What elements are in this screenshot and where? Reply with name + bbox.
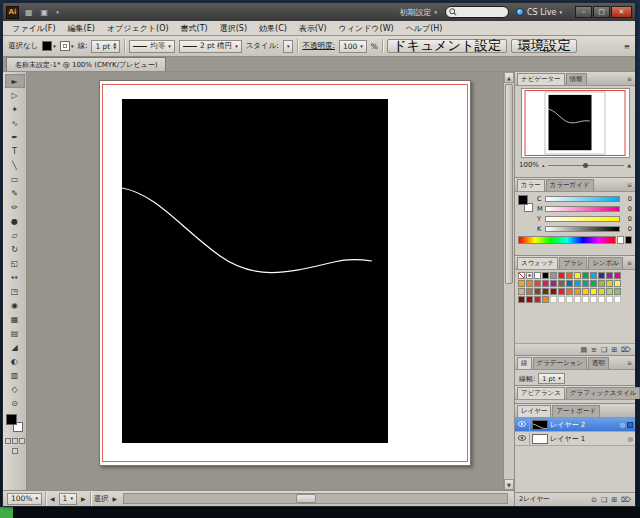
- swatch[interactable]: [590, 280, 597, 287]
- swatch[interactable]: [534, 280, 541, 287]
- tool-mesh-icon[interactable]: ▦: [5, 312, 25, 326]
- style-dropdown[interactable]: ▾: [283, 40, 294, 53]
- screen-mode-button[interactable]: [12, 448, 18, 454]
- draw-behind-button[interactable]: [12, 438, 18, 444]
- cs-live-button[interactable]: CS Live ▾: [513, 8, 565, 17]
- draw-normal-button[interactable]: [5, 438, 11, 444]
- tool-eyedropper-icon[interactable]: ◢: [5, 340, 25, 354]
- tab-color[interactable]: カラー: [517, 179, 545, 191]
- swatch[interactable]: [534, 288, 541, 295]
- swatch[interactable]: [550, 272, 557, 279]
- zoom-in-icon[interactable]: ▲: [627, 162, 631, 168]
- arrange-documents-icon[interactable]: ▣: [39, 8, 51, 17]
- tab-brushes[interactable]: ブラシ: [559, 257, 587, 269]
- tab-symbols[interactable]: シンボル: [588, 257, 623, 269]
- artboard-number-dropdown[interactable]: 1 ▾: [59, 493, 77, 505]
- close-button[interactable]: ✕: [611, 6, 632, 18]
- tool-type-icon[interactable]: T: [5, 144, 25, 158]
- make-mask-icon[interactable]: ⊙: [591, 496, 597, 504]
- swatch[interactable]: [518, 288, 525, 295]
- tab-artboards[interactable]: アートボード: [552, 405, 600, 417]
- swatch[interactable]: [614, 280, 621, 287]
- horizontal-scroll-thumb[interactable]: [296, 494, 316, 503]
- tool-free-transform-icon[interactable]: ◳: [5, 284, 25, 298]
- panel-menu-icon[interactable]: ≡: [627, 75, 633, 82]
- stroke-color-dropdown[interactable]: ▾: [60, 41, 74, 51]
- menubar-item-7[interactable]: ウィンドウ(W): [333, 23, 400, 34]
- color-fill-stroke-indicator[interactable]: [518, 195, 534, 217]
- channel-slider[interactable]: [545, 206, 620, 212]
- swatch[interactable]: [566, 288, 573, 295]
- tool-shape-builder-icon[interactable]: ◉: [5, 298, 25, 312]
- visibility-eye-icon[interactable]: [517, 421, 527, 428]
- start-button[interactable]: [0, 507, 13, 518]
- swatch[interactable]: [566, 280, 573, 287]
- channel-slider[interactable]: [545, 196, 620, 202]
- swatch[interactable]: [590, 272, 597, 279]
- new-sublayer-icon[interactable]: ❏: [601, 496, 607, 504]
- swatch[interactable]: [542, 296, 549, 303]
- layer-row-2[interactable]: レイヤー 2 ◎: [515, 418, 635, 432]
- tool-direct-selection-icon[interactable]: ▷: [5, 88, 25, 102]
- swatch[interactable]: [518, 280, 525, 287]
- fill-proxy-icon[interactable]: [518, 195, 528, 205]
- zoom-slider-knob[interactable]: [583, 163, 588, 168]
- tool-rotate-icon[interactable]: ↻: [5, 242, 25, 256]
- document-setup-button[interactable]: ドキュメント設定: [387, 39, 508, 53]
- control-panel-menu-icon[interactable]: ≡: [624, 42, 630, 51]
- swatch[interactable]: [550, 296, 557, 303]
- tool-blend-icon[interactable]: ◐: [5, 354, 25, 368]
- swatch[interactable]: [574, 288, 581, 295]
- menubar-item-3[interactable]: 書式(T): [175, 23, 214, 34]
- new-color-group-icon[interactable]: ❏: [601, 346, 607, 354]
- tool-column-graph-icon[interactable]: ▥: [5, 368, 25, 382]
- tool-blob-brush-icon[interactable]: ●: [5, 214, 25, 228]
- channel-slider[interactable]: [545, 216, 620, 222]
- swatch[interactable]: [590, 288, 597, 295]
- swatch[interactable]: [526, 288, 533, 295]
- arrange-documents-caret-icon[interactable]: ▾: [54, 10, 61, 15]
- tool-gradient-icon[interactable]: ▤: [5, 326, 25, 340]
- menubar-item-2[interactable]: オブジェクト(O): [101, 23, 175, 34]
- swatch[interactable]: ⊕: [526, 272, 533, 279]
- tool-hand-icon[interactable]: ◇: [5, 382, 25, 396]
- menubar-item-6[interactable]: 表示(V): [293, 23, 333, 34]
- layer-target-icon[interactable]: ◎: [628, 435, 633, 442]
- swatch[interactable]: [574, 272, 581, 279]
- navigator-zoom-slider[interactable]: [548, 165, 625, 166]
- new-layer-icon[interactable]: ⊞: [611, 496, 617, 504]
- next-artboard-button[interactable]: ▶: [80, 495, 87, 502]
- search-input[interactable]: [459, 8, 505, 16]
- swatch[interactable]: [598, 296, 605, 303]
- swatch[interactable]: [518, 296, 525, 303]
- swatch[interactable]: [582, 288, 589, 295]
- color-spectrum-bar[interactable]: [518, 236, 616, 244]
- windows-taskbar[interactable]: [0, 507, 640, 518]
- layer-target-icon[interactable]: ◎: [620, 421, 625, 428]
- layer-name[interactable]: レイヤー 2: [550, 420, 618, 430]
- swatch[interactable]: [606, 280, 613, 287]
- preferences-button[interactable]: 環境設定: [511, 39, 576, 53]
- panel-menu-icon[interactable]: ≡: [627, 359, 633, 366]
- delete-layer-icon[interactable]: ⌦: [621, 496, 631, 504]
- black-swatch[interactable]: [625, 236, 632, 244]
- tool-paintbrush-icon[interactable]: ✎: [5, 186, 25, 200]
- tool-selection-icon[interactable]: ►: [5, 74, 25, 88]
- swatch[interactable]: [558, 288, 565, 295]
- swatch[interactable]: [526, 296, 533, 303]
- swatch[interactable]: [534, 296, 541, 303]
- navigator-zoom-value[interactable]: 100%: [519, 161, 539, 169]
- opacity-dropdown[interactable]: 100 ▾: [339, 40, 367, 53]
- stepper-icon[interactable]: ▲▼: [113, 42, 116, 50]
- tool-magic-wand-icon[interactable]: ✦: [5, 102, 25, 116]
- search-box[interactable]: [445, 6, 509, 18]
- zoom-level-dropdown[interactable]: 100% ▾: [7, 493, 42, 505]
- swatch[interactable]: [566, 296, 573, 303]
- swatch[interactable]: [558, 296, 565, 303]
- swatch[interactable]: [518, 272, 525, 279]
- canvas-area[interactable]: [27, 72, 503, 490]
- swatch-kinds-icon[interactable]: ≡: [591, 346, 597, 354]
- tool-rectangle-icon[interactable]: ▭: [5, 172, 25, 186]
- vertical-scroll-thumb[interactable]: [505, 84, 513, 284]
- navigator-preview[interactable]: [521, 88, 630, 158]
